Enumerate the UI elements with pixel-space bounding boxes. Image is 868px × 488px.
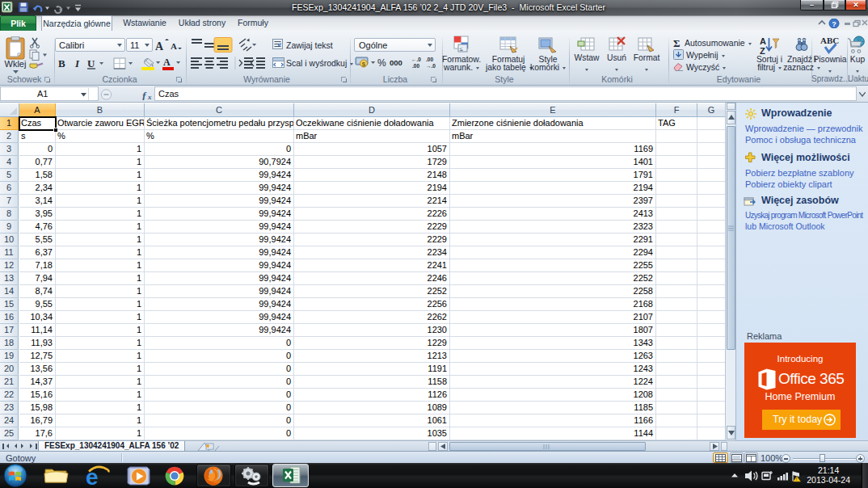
svg-text:Wklej: Wklej (5, 59, 27, 69)
svg-text:→.0: →.0 (426, 63, 436, 69)
svg-text:.00: .00 (426, 57, 433, 62)
svg-text:A: A (155, 40, 164, 52)
svg-text:$: $ (362, 61, 366, 68)
svg-text:?: ? (832, 20, 836, 28)
svg-text:A: A (760, 36, 766, 46)
svg-text:%: % (377, 57, 386, 69)
svg-text:I: I (74, 57, 80, 69)
svg-text:.00: .00 (412, 63, 419, 69)
svg-text:≤: ≤ (460, 45, 464, 53)
svg-text:x: x (147, 93, 152, 100)
svg-text:A: A (171, 41, 177, 51)
svg-text:←.0: ←.0 (411, 57, 421, 62)
svg-text:U: U (87, 57, 95, 69)
svg-text:B: B (58, 57, 65, 69)
svg-text:000: 000 (390, 58, 402, 67)
svg-text:!: ! (796, 477, 798, 482)
svg-text:ABC: ABC (820, 36, 839, 45)
svg-text:A: A (163, 57, 171, 68)
svg-text:f: f (142, 90, 147, 101)
